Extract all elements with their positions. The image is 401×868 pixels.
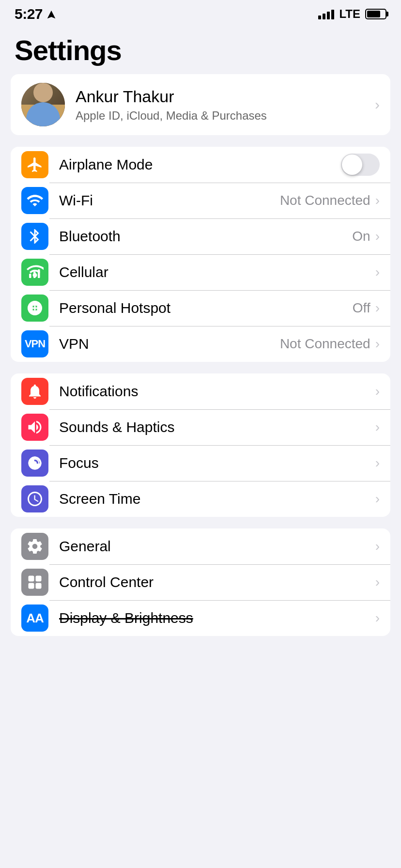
- general-icon: [21, 533, 48, 560]
- hotspot-row[interactable]: Personal Hotspot Off ›: [11, 290, 390, 326]
- wifi-svg: [26, 192, 44, 209]
- screentime-icon: [21, 485, 48, 512]
- profile-section: Ankur Thakur Apple ID, iCloud, Media & P…: [11, 74, 390, 135]
- battery-icon: [365, 9, 386, 19]
- profile-chevron: ›: [375, 96, 380, 113]
- profile-name: Ankur Thakur: [76, 87, 364, 106]
- wifi-row[interactable]: Wi-Fi Not Connected ›: [11, 183, 390, 218]
- display-row[interactable]: AA Display & Brightness ›: [11, 600, 390, 636]
- sounds-icon: [21, 414, 48, 441]
- notifications-svg: [26, 383, 44, 400]
- bluetooth-svg: [26, 228, 44, 245]
- svg-rect-4: [29, 576, 34, 582]
- notifications-chevron: ›: [375, 384, 380, 399]
- status-time: 5:27: [15, 6, 43, 22]
- screentime-chevron: ›: [375, 491, 380, 507]
- vpn-label: VPN: [59, 336, 280, 352]
- notifications-icon: [21, 378, 48, 405]
- status-icons: LTE: [318, 7, 386, 21]
- sounds-row[interactable]: Sounds & Haptics ›: [11, 409, 390, 445]
- vpn-icon: VPN: [21, 330, 48, 357]
- svg-rect-3: [38, 269, 40, 278]
- controlcenter-row[interactable]: Control Center ›: [11, 564, 390, 600]
- bluetooth-label: Bluetooth: [59, 228, 352, 245]
- wifi-chevron: ›: [375, 193, 380, 208]
- airplane-mode-toggle[interactable]: [341, 154, 380, 176]
- focus-svg: [26, 454, 44, 472]
- notifications-section: Notifications › Sounds & Haptics › Focus…: [11, 373, 390, 517]
- profile-row[interactable]: Ankur Thakur Apple ID, iCloud, Media & P…: [11, 74, 390, 135]
- svg-rect-5: [36, 576, 42, 582]
- sounds-svg: [26, 418, 44, 436]
- display-icon-text: AA: [26, 611, 44, 626]
- toggle-knob: [342, 155, 362, 175]
- focus-icon: [21, 450, 48, 477]
- connectivity-section: Airplane Mode Wi-Fi Not Connected › Blue…: [11, 147, 390, 362]
- airplane-mode-label: Airplane Mode: [59, 156, 341, 173]
- svg-rect-1: [29, 274, 31, 278]
- airplane-mode-row[interactable]: Airplane Mode: [11, 147, 390, 183]
- display-label: Display & Brightness: [59, 610, 375, 626]
- focus-row[interactable]: Focus ›: [11, 445, 390, 481]
- display-chevron: ›: [375, 610, 380, 626]
- wifi-icon: [21, 187, 48, 214]
- svg-rect-2: [33, 272, 36, 279]
- sounds-label: Sounds & Haptics: [59, 419, 375, 435]
- airplane-svg: [26, 156, 44, 173]
- location-icon: [46, 10, 56, 19]
- bluetooth-icon: [21, 223, 48, 250]
- general-section: General › Control Center › AA Display & …: [11, 528, 390, 636]
- vpn-text: VPN: [25, 338, 45, 350]
- profile-subtitle: Apple ID, iCloud, Media & Purchases: [76, 109, 364, 123]
- hotspot-chevron: ›: [375, 300, 380, 316]
- vpn-chevron: ›: [375, 336, 380, 352]
- display-icon: AA: [21, 604, 48, 632]
- cellular-svg: [26, 264, 44, 281]
- svg-rect-6: [29, 583, 34, 589]
- controlcenter-chevron: ›: [375, 574, 380, 590]
- airplane-mode-icon: [21, 151, 48, 178]
- general-chevron: ›: [375, 539, 380, 554]
- status-bar: 5:27 LTE: [0, 0, 401, 24]
- screentime-row[interactable]: Screen Time ›: [11, 481, 390, 517]
- wifi-label: Wi-Fi: [59, 192, 280, 209]
- cellular-chevron: ›: [375, 264, 380, 280]
- screentime-svg: [26, 490, 44, 508]
- hotspot-label: Personal Hotspot: [59, 300, 353, 316]
- avatar: [21, 83, 65, 126]
- general-row[interactable]: General ›: [11, 528, 390, 564]
- cellular-row[interactable]: Cellular ›: [11, 254, 390, 290]
- general-svg: [26, 538, 44, 555]
- focus-chevron: ›: [375, 455, 380, 471]
- battery-fill: [367, 11, 380, 17]
- controlcenter-label: Control Center: [59, 574, 375, 590]
- controlcenter-icon: [21, 569, 48, 596]
- focus-label: Focus: [59, 455, 375, 471]
- svg-rect-7: [36, 583, 42, 589]
- status-time-group: 5:27: [15, 6, 56, 22]
- screentime-label: Screen Time: [59, 491, 375, 507]
- cellular-label: Cellular: [59, 264, 375, 280]
- controlcenter-svg: [26, 574, 44, 591]
- bluetooth-chevron: ›: [375, 229, 380, 244]
- page-title-section: Settings: [0, 24, 401, 74]
- sounds-chevron: ›: [375, 419, 380, 435]
- general-label: General: [59, 538, 375, 555]
- wifi-value: Not Connected: [280, 193, 370, 208]
- signal-bars: [318, 9, 334, 19]
- notifications-label: Notifications: [59, 383, 375, 400]
- cellular-icon: [21, 259, 48, 286]
- notifications-row[interactable]: Notifications ›: [11, 373, 390, 409]
- hotspot-svg: [26, 299, 44, 317]
- signal-bar-3: [327, 12, 330, 19]
- signal-bar-4: [331, 10, 334, 19]
- hotspot-value: Off: [353, 300, 370, 316]
- bluetooth-row[interactable]: Bluetooth On ›: [11, 218, 390, 254]
- signal-bar-1: [318, 16, 321, 19]
- bluetooth-value: On: [352, 229, 370, 244]
- signal-bar-2: [323, 14, 325, 19]
- vpn-row[interactable]: VPN VPN Not Connected ›: [11, 326, 390, 362]
- hotspot-icon: [21, 294, 48, 322]
- page-title: Settings: [15, 34, 386, 66]
- network-type: LTE: [339, 7, 360, 21]
